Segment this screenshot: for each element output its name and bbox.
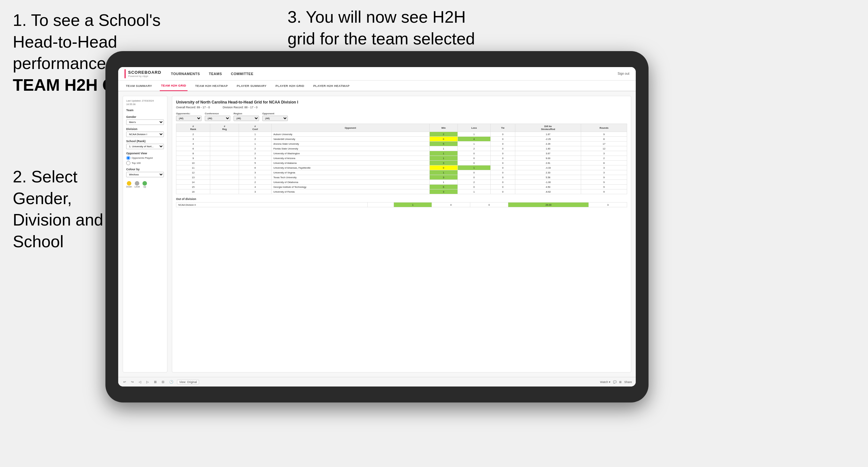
redo-btn[interactable]: ↪ [130,379,135,384]
out-of-division-row: NCAA Division II 1 0 0 26.00 3 [176,203,627,207]
sub-nav-team-h2h-grid[interactable]: TEAM H2H GRID [160,80,188,91]
toolbar-right: Watch ▾ 💬 ⊞ Share [600,380,632,384]
table-row: 21Auburn University2101.679 [176,132,627,137]
colour-by-select[interactable]: Win/loss [126,172,164,177]
division-select[interactable]: NCAA Division I [126,132,164,137]
sub-nav-player-h2h-heatmap[interactable]: PLAYER H2H HEATMAP [312,80,351,91]
table-row: 41Arizona State University5102.29 17 [176,142,627,146]
data-table: #Rank #Reg #Conf Opponent Win Loss Tie D… [176,124,627,194]
region-select[interactable]: (All) [234,116,259,121]
share-btn[interactable]: Share [624,380,632,384]
filter-conference: Conference (All) [205,112,230,121]
view-original[interactable]: View: Original [177,380,199,384]
school-select[interactable]: 1. University of Nort... [126,144,164,149]
color-dot-down [127,181,131,186]
opponents-select[interactable]: (All) [176,116,202,121]
comment-btn[interactable]: 💬 [613,380,617,384]
out-division-loss: 0 [432,203,470,207]
grid-title: University of North Carolina Head-to-Hea… [176,100,627,104]
logo-sub: Powered by clippi [128,75,161,77]
team-label: Team [126,108,164,112]
grid-panel: University of North Carolina Head-to-Hea… [172,96,631,372]
col-opponent: Opponent [271,124,429,132]
tablet-screen: SCOREBOARD Powered by clippi TOURNAMENTS… [118,67,636,386]
opponent-view-options: Opponents Played Top 100 [126,156,164,165]
col-loss: Loss [458,124,490,132]
nav-tournaments[interactable]: TOURNAMENTS [171,71,200,77]
filter-opponent: Opponent (All) [262,112,288,121]
col-diff: Diff AvStrokes/Rnd [515,124,581,132]
back-btn[interactable]: ◁ [137,379,143,384]
sub-nav-team-summary[interactable]: TEAM SUMMARY [125,80,153,91]
color-label-level: Level [134,186,140,188]
nav-items: TOURNAMENTS TEAMS COMMITTEE [171,71,618,77]
conference-select[interactable]: (All) [205,116,230,121]
table-row: 123University of Virginia1002.333 [176,170,627,175]
conference-label: Conference [205,112,230,115]
timestamp: Last Updated: 27/03/2024 16:55:38 [126,99,164,106]
sub-nav: TEAM SUMMARY TEAM H2H GRID TEAM H2H HEAT… [118,81,636,91]
clock-btn[interactable]: 🕐 [168,379,175,384]
logo: SCOREBOARD Powered by clippi [125,69,161,78]
color-label-down: Down [126,186,132,188]
gender-label: Gender [126,115,164,119]
out-of-division-label: Out of division [176,197,627,200]
region-label: Region [234,112,259,115]
bottom-toolbar: ↩ ↪ ◁ ▷ ⊞ ⊟ 🕐 View: Original Watch ▾ 💬 ⊞… [118,377,636,386]
opponent-select[interactable]: (All) [262,116,288,121]
radio-opponents-played[interactable]: Opponents Played [126,156,164,160]
nav-bar: SCOREBOARD Powered by clippi TOURNAMENTS… [118,67,636,81]
col-tie: Tie [491,124,515,132]
opponents-label: Opponents: [176,112,202,115]
grid-records: Overall Record: 89 - 17 - 0 Division Rec… [176,106,627,109]
gender-select[interactable]: Men's [126,120,164,125]
nav-teams[interactable]: TEAMS [209,71,222,77]
out-of-division-table: NCAA Division II 1 0 0 26.00 3 [176,202,627,207]
forward-btn[interactable]: ▷ [145,379,150,384]
instruction-step3: 3. You will now see H2H grid for the tea… [287,6,479,50]
opponent-label: Opponent [262,112,288,115]
present-btn[interactable]: ⊞ [619,380,622,384]
out-division-rounds: 3 [589,203,627,207]
col-win: Win [429,124,458,132]
sub-nav-team-h2h-heatmap[interactable]: TEAM H2H HEATMAP [194,80,229,91]
out-division-name: NCAA Division II [176,203,368,207]
table-row: 62Florida State University1201.8312 [176,146,627,151]
copy-btn[interactable]: ⊞ [153,379,158,384]
overall-record: Overall Record: 89 - 17 - 0 [176,106,210,109]
color-label-up: Up [143,186,147,188]
filter-opponents: Opponents: (All) [176,112,202,121]
table-row: 105University of Alabama3002.618 [176,161,627,165]
division-label: Division [126,127,164,131]
table-row: 32Vanderbilt University040-2.298 [176,137,627,142]
nav-sign-out[interactable]: Sign out [618,72,629,75]
main-content: Last Updated: 27/03/2024 16:55:38 Team G… [118,91,636,377]
table-row: 116University of Arkansas, Fayetteville0… [176,165,627,170]
col-rounds: Rounds [581,124,627,132]
color-legend: Down Level Up [126,181,164,188]
col-reg: #Reg [210,124,239,132]
left-panel: Last Updated: 27/03/2024 16:55:38 Team G… [123,96,167,372]
out-division-opponent [368,203,394,207]
radio-top100[interactable]: Top 100 [126,161,164,165]
logo-bar-icon [125,69,126,78]
filters-row: Opponents: (All) Conference (All) Region [176,112,627,121]
sub-nav-player-h2h-grid[interactable]: PLAYER H2H GRID [274,80,305,91]
col-conf: #Conf [239,124,271,132]
color-dot-level [135,181,139,186]
paste-btn[interactable]: ⊟ [160,379,165,384]
color-dot-up [143,181,147,186]
table-row: 142University of Oklahoma120-1.009 [176,180,627,185]
sub-nav-player-summary[interactable]: PLAYER SUMMARY [236,80,268,91]
division-record: Division Record: 88 - 17 - 0 [223,106,257,109]
nav-committee[interactable]: COMMITTEE [231,71,254,77]
out-division-diff: 26.00 [508,203,589,207]
undo-btn[interactable]: ↩ [122,379,127,384]
opponent-view-label: Opponent View [126,152,164,155]
tablet: SCOREBOARD Powered by clippi TOURNAMENTS… [105,51,649,403]
watch-btn[interactable]: Watch ▾ [600,380,611,384]
school-label: School (Rank) [126,139,164,143]
table-row: 93University of Arizona1009.002 [176,156,627,161]
col-rank: #Rank [176,124,210,132]
filter-region: Region (All) [234,112,259,121]
